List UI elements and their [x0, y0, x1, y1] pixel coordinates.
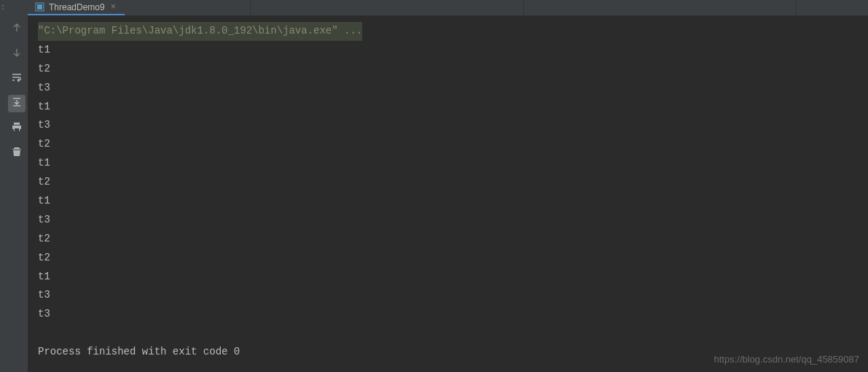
gutter-left: : — [0, 0, 6, 372]
tab-bar: ThreadDemo9 × — [28, 0, 868, 16]
delete-button[interactable] — [8, 144, 26, 162]
console-line: t2 — [38, 249, 858, 268]
svg-rect-1 — [37, 4, 42, 9]
soft-wrap-button[interactable] — [8, 70, 26, 88]
console-line: t3 — [38, 286, 858, 305]
console-line: t2 — [38, 173, 858, 192]
console-line: t1 — [38, 192, 858, 211]
down-button[interactable] — [8, 45, 26, 63]
print-button[interactable] — [8, 120, 26, 137]
console-line: t1 — [38, 41, 858, 60]
console-line: t1 — [38, 98, 858, 117]
console-output[interactable]: "C:\Program Files\Java\jdk1.8.0_192\bin\… — [28, 16, 868, 372]
console-line: t3 — [38, 79, 858, 98]
scroll-end-icon — [11, 96, 23, 112]
console-line: t2 — [38, 135, 858, 154]
arrow-down-icon — [11, 47, 23, 62]
gutter-label: : — [1, 3, 6, 12]
console-line: t3 — [38, 211, 858, 230]
tab-label: ThreadDemo9 — [49, 2, 105, 12]
run-config-icon — [35, 2, 44, 12]
tab-divider — [523, 0, 524, 16]
toolbar — [6, 0, 28, 372]
console-line: t3 — [38, 116, 858, 135]
console-command: "C:\Program Files\Java\jdk1.8.0_192\bin\… — [38, 22, 362, 41]
up-button[interactable] — [8, 20, 26, 38]
tab-threaddemo9[interactable]: ThreadDemo9 × — [28, 0, 125, 15]
main-panel: ThreadDemo9 × "C:\Program Files\Java\jdk… — [28, 0, 868, 372]
wrap-icon — [11, 71, 23, 87]
scroll-to-end-button[interactable] — [8, 95, 26, 112]
tab-close-button[interactable]: × — [109, 2, 117, 12]
console-line: t1 — [38, 268, 858, 287]
console-line: t2 — [38, 60, 858, 79]
trash-icon — [11, 146, 23, 161]
console-line: t2 — [38, 230, 858, 249]
console-line: t3 — [38, 305, 858, 324]
watermark: https://blog.csdn.net/qq_45859087 — [714, 354, 860, 365]
tab-divider — [250, 0, 251, 16]
print-icon — [11, 121, 23, 136]
console-line: t1 — [38, 154, 858, 173]
tab-divider — [796, 0, 797, 16]
console-blank — [38, 324, 858, 343]
arrow-up-icon — [11, 22, 23, 37]
